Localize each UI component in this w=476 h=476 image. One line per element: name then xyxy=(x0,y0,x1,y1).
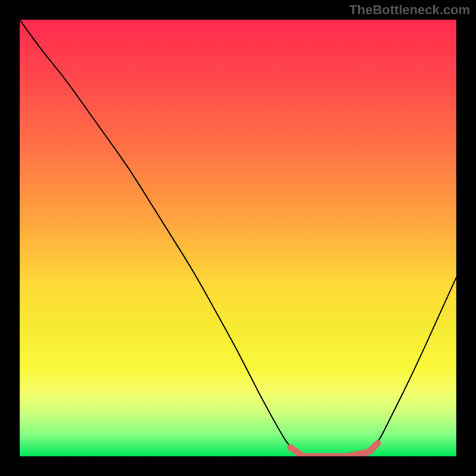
bottleneck-curve xyxy=(20,20,456,456)
chart-svg xyxy=(20,20,456,456)
optimal-range-highlight xyxy=(290,443,378,456)
watermark-text: TheBottleneck.com xyxy=(349,2,470,18)
chart-plot-area xyxy=(20,20,456,456)
